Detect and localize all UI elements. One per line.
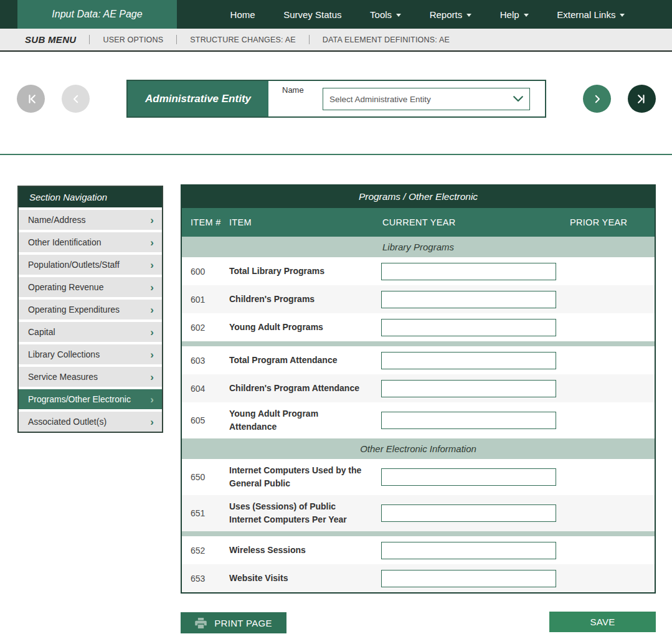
nav-item-external-links[interactable]: External Links [557,9,625,20]
last-page-icon [636,93,648,105]
item-label: Children's Programs [229,293,372,306]
section-header-other-electronic-information: Other Electronic Information [182,438,655,459]
item-number: 600 [182,267,229,277]
input-600-current-year[interactable] [381,263,556,280]
sidebar-item-operating-revenue[interactable]: Operating Revenue› [19,277,162,297]
entity-panel-title: Administrative Entity [128,81,268,116]
nav-item-help[interactable]: Help [500,9,529,20]
top-navigation-bar: Input Data: AE Page Home Survey Status T… [0,0,672,29]
last-record-button[interactable] [628,85,656,113]
input-605-current-year[interactable] [381,412,556,429]
item-label: Children's Program Attendance [229,382,372,395]
input-602-current-year[interactable] [381,319,556,336]
item-label: Young Adult Program Attendance [229,407,372,433]
active-page-tab[interactable]: Input Data: AE Page [17,0,177,29]
chevron-right-icon: › [150,260,154,270]
column-item-number: ITEM # [182,217,229,227]
input-653-current-year[interactable] [381,570,556,587]
sidebar-item-service-measures[interactable]: Service Measures› [19,367,162,387]
column-item: ITEM [229,217,372,227]
chevron-right-icon: › [150,349,154,360]
name-label: Name [282,85,304,95]
item-number: 653 [182,574,229,584]
column-current-year: CURRENT YEAR [372,217,557,227]
print-page-button[interactable]: PRINT PAGE [181,612,286,633]
table-row: 602 Young Adult Programs [182,313,655,341]
divider [89,35,90,44]
section-divider [182,531,655,536]
previous-record-button[interactable] [62,85,90,113]
chevron-right-icon: › [150,215,154,225]
input-650-current-year[interactable] [381,468,556,486]
column-prior-year: PRIOR YEAR [557,217,655,227]
table-row: 600 Total Library Programs [182,257,655,285]
nav-item-home[interactable]: Home [230,9,255,20]
input-601-current-year[interactable] [381,291,556,308]
divider [309,35,310,44]
chevron-down-icon [396,14,401,17]
item-number: 652 [182,546,229,556]
sidebar-item-population-outlets-staff[interactable]: Population/Outlets/Staff› [19,255,162,275]
programs-other-electronic-table: Programs / Other Electronic ITEM # ITEM … [181,184,656,594]
sub-menu-bar: SUB MENU USER OPTIONS STRUCTURE CHANGES:… [0,29,672,52]
table-row: 653 Website Visits [182,564,655,592]
item-label: Wireless Sessions [229,544,372,557]
divider [176,35,177,44]
input-652-current-year[interactable] [381,542,556,559]
table-row: 605 Young Adult Program Attendance [182,402,655,438]
item-label: Internet Computers Used by the General P… [229,464,372,490]
input-651-current-year[interactable] [381,504,556,522]
item-number: 602 [182,323,229,333]
table-row: 650 Internet Computers Used by the Gener… [182,459,655,495]
main-nav-menu: Home Survey Status Tools Reports Help Ex… [177,0,672,29]
item-number: 651 [182,508,229,518]
chevron-right-icon: › [150,417,154,427]
sidebar-item-library-collections[interactable]: Library Collections› [19,344,162,364]
input-603-current-year[interactable] [381,352,556,369]
first-record-button[interactable] [17,85,45,113]
chevron-right-icon: › [150,327,154,338]
chevron-right-icon [592,93,603,105]
submenu-title: SUB MENU [25,34,76,45]
table-column-header: ITEM # ITEM CURRENT YEAR PRIOR YEAR [182,208,655,237]
sidebar-item-programs-other-electronic[interactable]: Programs/Other Electronic› [19,389,162,409]
item-label: Young Adult Programs [229,321,372,334]
nav-item-reports[interactable]: Reports [430,9,472,20]
submenu-item-user-options[interactable]: USER OPTIONS [103,36,163,44]
item-number: 603 [182,356,229,366]
chevron-down-icon [466,14,471,17]
next-record-button[interactable] [583,85,611,113]
table-row: 652 Wireless Sessions [182,536,655,564]
item-label: Total Program Attendance [229,354,372,367]
input-604-current-year[interactable] [381,380,556,397]
section-navigation-title: Section Navigation [19,187,162,207]
item-number: 605 [182,415,229,425]
first-page-icon [25,93,37,105]
item-number: 601 [182,295,229,305]
section-navigation: Section Navigation Name/Address› Other I… [17,186,163,433]
section-divider [182,341,655,346]
sidebar-item-operating-expenditures[interactable]: Operating Expenditures› [19,300,162,320]
chevron-right-icon: › [150,394,154,405]
chevron-down-icon [620,14,625,17]
nav-item-tools[interactable]: Tools [370,9,401,20]
chevron-right-icon: › [150,305,154,315]
item-number: 650 [182,472,229,482]
item-number: 604 [182,384,229,394]
table-title: Programs / Other Electronic [182,186,655,208]
item-label: Uses (Sessions) of Public Internet Compu… [229,500,372,526]
administrative-entity-select[interactable]: Select Administrative Entity [323,88,530,110]
sidebar-item-associated-outlets[interactable]: Associated Outlet(s)› [19,412,162,432]
chevron-right-icon: › [150,372,154,382]
printer-icon [195,618,207,628]
administrative-entity-panel: Administrative Entity Name Select Admini… [126,80,546,118]
sidebar-item-other-identification[interactable]: Other Identification› [19,232,162,252]
chevron-right-icon: › [150,237,154,248]
chevron-right-icon: › [150,282,154,293]
sidebar-item-name-address[interactable]: Name/Address› [19,210,162,230]
nav-item-survey-status[interactable]: Survey Status [283,9,341,20]
sidebar-item-capital[interactable]: Capital› [19,322,162,342]
save-button[interactable]: SAVE [549,612,656,632]
submenu-item-data-element-definitions[interactable]: DATA ELEMENT DEFINITIONS: AE [323,36,450,44]
submenu-item-structure-changes[interactable]: STRUCTURE CHANGES: AE [190,36,296,44]
